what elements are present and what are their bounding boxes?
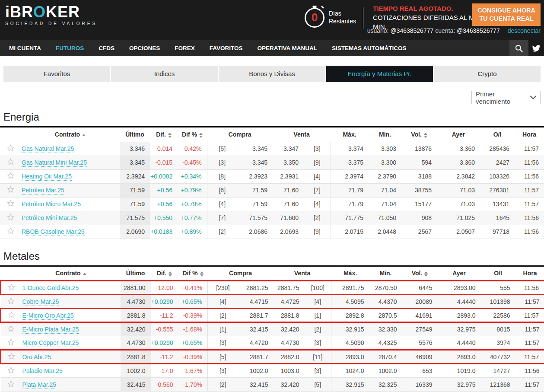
ask-price[interactable]: 2881.75 bbox=[274, 281, 305, 295]
market-tab[interactable]: Bonos y Divisas bbox=[219, 66, 325, 82]
col-dif[interactable]: Dif. bbox=[150, 127, 178, 142]
ask-price[interactable]: 2.3931 bbox=[273, 169, 304, 183]
contract-link[interactable]: Plata Mar.25 bbox=[22, 381, 57, 389]
contract-link[interactable]: Gas Natural Mini Mar.25 bbox=[22, 159, 87, 167]
contract-link[interactable]: Heating Oil Mar.25 bbox=[22, 173, 72, 181]
ask-price[interactable]: 4.4725 bbox=[274, 295, 305, 309]
col-dif-pct[interactable]: Dif % bbox=[178, 127, 207, 142]
col-contrato[interactable]: Contrato bbox=[21, 127, 120, 142]
contract-link[interactable]: Petróleo Micro Mar.25 bbox=[22, 201, 81, 208]
contract-link[interactable]: Gas Natural Mar.25 bbox=[22, 145, 74, 153]
favorite-star-icon[interactable] bbox=[7, 325, 15, 333]
contract-link[interactable]: Paladio Mar.25 bbox=[22, 367, 63, 375]
last-price: 32.420 bbox=[121, 322, 151, 336]
nav-item[interactable]: OPCIONES bbox=[122, 40, 167, 56]
section-energia: Energia Contrato Último Dif. Dif % Compr… bbox=[0, 111, 544, 239]
col-dif[interactable]: Dif. bbox=[151, 267, 178, 281]
contract-link[interactable]: Petróleo Mini Mar.25 bbox=[22, 214, 77, 222]
favorite-star-icon[interactable] bbox=[7, 380, 15, 388]
favorite-star-icon[interactable] bbox=[6, 213, 15, 221]
contract-link[interactable]: Cobre Mar.25 bbox=[22, 298, 59, 306]
market-tab[interactable]: Indices bbox=[111, 66, 218, 82]
favorite-star-icon[interactable] bbox=[6, 199, 15, 207]
search-button[interactable] bbox=[509, 40, 528, 56]
quote-row: Gas Natural Mar.25 3.346 -0.014 -0.42% [… bbox=[0, 142, 544, 156]
ask-price[interactable]: 4.4730 bbox=[274, 336, 305, 350]
col-dif-pct[interactable]: Dif % bbox=[178, 267, 208, 281]
quote-row: Petróleo Mar.25 71.59 +0.56 +0.79% [6] 7… bbox=[0, 183, 544, 197]
favorite-star-icon[interactable] bbox=[6, 172, 15, 180]
bid-price[interactable]: 2881.7 bbox=[238, 309, 274, 322]
favorite-star-icon[interactable] bbox=[7, 366, 15, 374]
bid-price[interactable]: 2.3923 bbox=[237, 169, 273, 183]
contract-link[interactable]: Micro Copper Mar.25 bbox=[22, 339, 79, 347]
contract-link[interactable]: Oro Abr.25 bbox=[22, 354, 51, 361]
favorite-star-icon[interactable] bbox=[7, 338, 15, 346]
twitter-button[interactable] bbox=[528, 40, 544, 56]
get-real-account-button[interactable]: CONSIGUE AHORA TU CUENTA REAL bbox=[472, 3, 541, 26]
nav-item[interactable]: CFDS bbox=[91, 40, 122, 56]
nav-item[interactable]: MI CUENTA bbox=[2, 40, 48, 56]
ask-price[interactable]: 2.0693 bbox=[273, 225, 304, 239]
ask-price[interactable]: 32.420 bbox=[274, 378, 305, 392]
contract-link[interactable]: E-Micro Oro Abr.25 bbox=[22, 312, 74, 320]
favorite-star-icon[interactable] bbox=[6, 227, 15, 235]
bid-size: [2] bbox=[208, 309, 238, 322]
ask-price[interactable]: 71.600 bbox=[273, 211, 304, 225]
ask-price[interactable]: 1003.0 bbox=[274, 364, 305, 378]
col-compra: Compra bbox=[208, 267, 274, 281]
bid-price[interactable]: 32.415 bbox=[238, 378, 274, 392]
expiry-filter-dropdown[interactable]: Primer vencimiento bbox=[471, 91, 541, 104]
market-tab[interactable]: Crypto bbox=[434, 66, 541, 82]
ask-price[interactable]: 2882.0 bbox=[274, 350, 305, 364]
favorite-star-icon[interactable] bbox=[7, 311, 16, 319]
favorite-star-icon[interactable] bbox=[6, 158, 15, 166]
ask-price[interactable]: 3.347 bbox=[273, 142, 304, 156]
bid-price[interactable]: 71.59 bbox=[237, 183, 273, 197]
favorite-star-icon[interactable] bbox=[7, 352, 16, 360]
bid-price[interactable]: 2881.7 bbox=[238, 350, 274, 364]
bid-price[interactable]: 2881.25 bbox=[238, 281, 274, 295]
market-tab[interactable]: Favoritos bbox=[3, 66, 110, 82]
nav-item[interactable]: FAVORITOS bbox=[202, 40, 250, 56]
contract-cell: Petróleo Micro Mar.25 bbox=[21, 197, 120, 211]
nav-item[interactable]: FUTUROS bbox=[48, 40, 91, 56]
contract-link[interactable]: Petróleo Mar.25 bbox=[22, 187, 64, 194]
bid-price[interactable]: 2.0686 bbox=[237, 225, 273, 239]
contract-link[interactable]: 1-Ounce Gold Abr.25 bbox=[22, 284, 79, 292]
bid-price[interactable]: 4.4720 bbox=[238, 336, 274, 350]
bid-price[interactable]: 3.345 bbox=[237, 142, 273, 156]
ask-price[interactable]: 2881.8 bbox=[274, 309, 305, 322]
last-price: 2.3924 bbox=[120, 169, 150, 183]
bid-price[interactable]: 71.575 bbox=[237, 211, 273, 225]
quote-row: Heating Oil Mar.25 2.3924 +0.0082 +0.34%… bbox=[0, 169, 544, 183]
favorite-star-icon[interactable] bbox=[7, 297, 15, 305]
bid-price[interactable]: 1002.0 bbox=[238, 364, 274, 378]
volume: 38755 bbox=[401, 183, 437, 197]
market-tab[interactable]: Energía y Materias Pr. bbox=[326, 66, 433, 82]
col-vol[interactable]: Vol. bbox=[401, 127, 437, 142]
col-vol[interactable]: Vol. bbox=[402, 267, 438, 281]
favorite-star-icon[interactable] bbox=[6, 185, 15, 194]
ask-price[interactable]: 32.420 bbox=[274, 322, 305, 336]
contract-link[interactable]: RBOB Gasoline Mar.25 bbox=[22, 228, 85, 236]
bid-price[interactable]: 4.4715 bbox=[238, 295, 274, 309]
disconnect-link[interactable]: desconectar bbox=[508, 27, 541, 34]
bid-price[interactable]: 32.415 bbox=[238, 322, 274, 336]
ibroker-logo[interactable]: iBROKER SOCIEDAD DE VALORES bbox=[5, 4, 97, 26]
last-price: 71.575 bbox=[120, 211, 150, 225]
nav-item[interactable]: SISTEMAS AUTOMÁTICOS bbox=[324, 40, 414, 56]
ask-price[interactable]: 71.60 bbox=[273, 197, 304, 211]
high-price: 32.915 bbox=[331, 378, 369, 392]
ask-price[interactable]: 3.350 bbox=[273, 156, 304, 169]
change-percent: +0.79% bbox=[178, 183, 207, 197]
nav-item[interactable]: OPERATIVA MANUAL bbox=[250, 40, 325, 56]
contract-link[interactable]: E-Micro Plata Mar.25 bbox=[22, 326, 79, 334]
ask-price[interactable]: 71.60 bbox=[273, 183, 304, 197]
nav-item[interactable]: FOREX bbox=[167, 40, 202, 56]
favorite-star-icon[interactable] bbox=[6, 144, 15, 152]
bid-price[interactable]: 71.59 bbox=[237, 197, 273, 211]
col-contrato[interactable]: Contrato bbox=[22, 267, 121, 281]
bid-price[interactable]: 3.345 bbox=[237, 156, 273, 169]
favorite-star-icon[interactable] bbox=[7, 283, 16, 291]
